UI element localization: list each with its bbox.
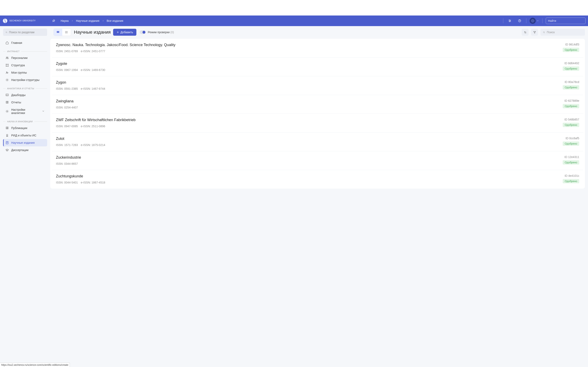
- journal-icon: [6, 141, 9, 144]
- graduation-icon: [6, 149, 9, 152]
- sidebar-section-header: ИНТРАНЕТ: [3, 50, 47, 53]
- content-search[interactable]: [540, 29, 585, 36]
- card-view-button[interactable]: [54, 29, 62, 36]
- sidebar-item-structure[interactable]: Структура: [3, 62, 47, 69]
- row-eissn: e-ISSN: 1467-9744: [81, 87, 105, 90]
- list-item[interactable]: Zwingliana ISSN: 0254-4407 ID 627889e Од…: [52, 95, 583, 114]
- row-id: ID 80a78cd: [564, 80, 579, 83]
- sidebar-item-reports[interactable]: Отчеты: [3, 99, 47, 106]
- sidebar-item-scientific-editions[interactable]: Научные издания: [3, 139, 47, 146]
- row-eissn: e-ISSN: 1875-0214: [81, 143, 105, 147]
- row-issn: ISSN: 1571-7283: [56, 143, 78, 147]
- sidebar-item-label: Структура: [11, 64, 25, 67]
- book-icon: [6, 101, 9, 104]
- divider: [526, 18, 526, 23]
- avatar: [530, 18, 536, 24]
- row-id: ID 8d64492: [564, 62, 579, 65]
- sidebar-item-label: Персоналии: [11, 56, 27, 59]
- global-search-input[interactable]: [548, 19, 584, 22]
- row-issn: ISSN: 2451-0769: [56, 50, 78, 53]
- svg-rect-33: [57, 32, 59, 33]
- home-icon: [6, 41, 9, 44]
- svg-point-6: [510, 21, 511, 21]
- svg-point-11: [532, 20, 534, 22]
- row-title: Zuchtungskunde: [56, 174, 563, 178]
- breadcrumb-item[interactable]: Научные издания: [76, 19, 99, 22]
- user-menu[interactable]: [530, 18, 539, 24]
- chevron-right-icon: [102, 20, 104, 22]
- svg-point-5: [509, 20, 510, 20]
- svg-point-28: [7, 134, 8, 136]
- row-eissn: e-ISSN: 2451-0777: [81, 50, 105, 53]
- breadcrumb: Наука Научные издания Все издания: [61, 19, 123, 22]
- sidebar-section-header: АНАЛИТИКА И ОТЧЕТЫ: [3, 87, 47, 90]
- sort-icon: [524, 31, 527, 34]
- sidebar-search-input[interactable]: [9, 31, 45, 34]
- status-badge: Одобрено: [563, 123, 579, 127]
- row-issn: ISSN: 0947-0085: [56, 125, 78, 128]
- help-button[interactable]: [516, 17, 523, 24]
- sidebar-item-rid[interactable]: РИД и объекты ИС: [3, 132, 47, 139]
- list-view-button[interactable]: [62, 29, 71, 36]
- check-mode-toggle[interactable]: [140, 30, 146, 34]
- book-icon: [6, 126, 9, 130]
- list-item[interactable]: Zywnosc. Nauka. Technologia. Jakosc/Food…: [52, 39, 583, 58]
- blank-top-area: [0, 0, 588, 16]
- settings-button[interactable]: [507, 17, 513, 24]
- sidebar-item-label: Главная: [11, 41, 22, 44]
- row-issn: ISSN: 0044-5401: [56, 181, 78, 184]
- sidebar-search[interactable]: [3, 29, 47, 36]
- sidebar-item-label: Диссертации: [11, 149, 28, 152]
- sidebar-item-label: Публикации: [11, 126, 27, 130]
- sidebar-item-label: Отчеты: [11, 101, 21, 104]
- content-search-input[interactable]: [547, 31, 582, 34]
- gear-icon: [6, 78, 9, 82]
- list-item[interactable]: ZWF Zeitschrift für Wirtschaftlichen Fab…: [52, 114, 583, 133]
- pin-button[interactable]: [51, 17, 57, 24]
- filter-button[interactable]: [531, 29, 538, 36]
- status-badge: Одобрено: [563, 48, 579, 52]
- list-item[interactable]: Zygon ISSN: 0591-2385 e-ISSN: 1467-9744 …: [52, 76, 583, 95]
- svg-point-23: [6, 72, 7, 73]
- row-eissn: e-ISSN: 1867-4518: [81, 181, 105, 184]
- breadcrumb-item[interactable]: Все издания: [107, 19, 123, 22]
- svg-point-10: [532, 20, 533, 21]
- sidebar-item-home[interactable]: Главная: [3, 39, 47, 47]
- filter-icon: [533, 31, 536, 34]
- sidebar: Главная ИНТРАНЕТ Персоналии Структура Мо…: [0, 26, 50, 367]
- sort-button[interactable]: [522, 29, 528, 36]
- list-item[interactable]: Zuchtungskunde ISSN: 0044-5401 e-ISSN: 1…: [52, 170, 583, 189]
- sidebar-item-dashboards[interactable]: Дашборды: [3, 91, 47, 99]
- row-title: Zywnosc. Nauka. Technologia. Jakosc/Food…: [56, 43, 563, 47]
- dashboard-icon: [6, 93, 9, 97]
- row-title: Zygote: [56, 62, 563, 66]
- row-issn: ISSN: 0344-8657: [56, 162, 78, 165]
- sidebar-item-label: Настройки аналитики: [11, 108, 39, 115]
- global-search[interactable]: [546, 17, 586, 24]
- check-mode-toggle-wrap: Режим проверки (0): [140, 30, 174, 34]
- row-title: Zutot: [56, 137, 563, 141]
- sidebar-item-publications[interactable]: Публикации: [3, 124, 47, 132]
- card-view-icon: [56, 31, 60, 34]
- logo-text: Sechenov University: [9, 20, 35, 22]
- sidebar-item-analytics-settings[interactable]: Настройки аналитики: [3, 106, 47, 117]
- breadcrumb-item[interactable]: Наука: [61, 19, 69, 22]
- svg-point-27: [7, 111, 8, 112]
- status-badge: Одобрено: [563, 67, 579, 71]
- add-button[interactable]: Добавить: [113, 29, 136, 36]
- logo[interactable]: Sechenov University: [2, 18, 51, 24]
- pin-icon: [52, 19, 55, 22]
- group-icon: [6, 71, 9, 74]
- structure-icon: [6, 64, 9, 67]
- view-toggle: [53, 29, 71, 36]
- list-item[interactable]: Zuckerindustrie ISSN: 0344-8657 ID 12e43…: [52, 151, 583, 170]
- sidebar-item-groups[interactable]: Мои группы: [3, 69, 47, 76]
- chevron-right-icon: [71, 20, 73, 22]
- sidebar-item-structure-settings[interactable]: Настройки структуры: [3, 76, 47, 83]
- people-icon: [6, 56, 9, 59]
- sidebar-item-dissertations[interactable]: Диссертации: [3, 146, 47, 154]
- row-title: Zuckerindustrie: [56, 155, 563, 160]
- sidebar-item-personnel[interactable]: Персоналии: [3, 54, 47, 62]
- list-item[interactable]: Zutot ISSN: 1571-7283 e-ISSN: 1875-0214 …: [52, 133, 583, 151]
- list-item[interactable]: Zygote ISSN: 0967-1994 e-ISSN: 1469-8730…: [52, 58, 583, 76]
